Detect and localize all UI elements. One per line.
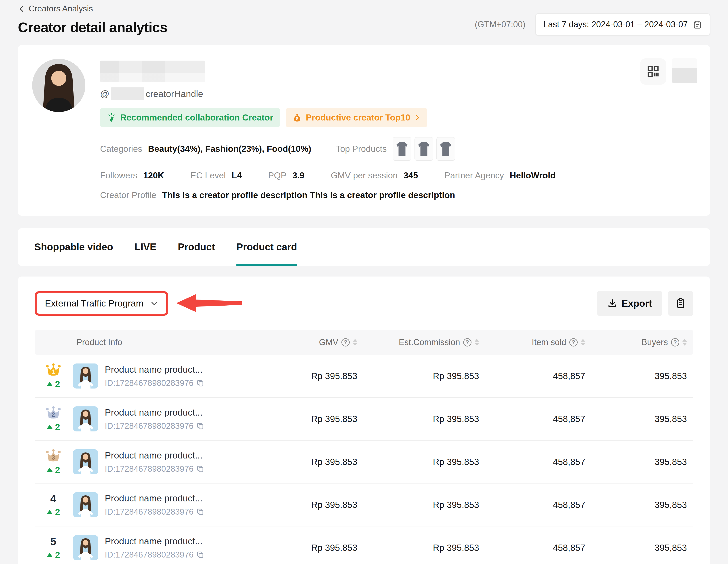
product-id: ID:17284678980283976 <box>105 379 194 388</box>
top-products-thumbnails <box>393 137 455 161</box>
product-photo <box>73 492 98 517</box>
help-icon[interactable]: ? <box>569 338 578 347</box>
breadcrumb-label: Creators Analysis <box>29 4 93 13</box>
copy-icon[interactable] <box>196 508 205 516</box>
rank-change: 2 <box>46 550 60 560</box>
rank-change: 2 <box>46 507 60 517</box>
rank-change-value: 2 <box>55 550 60 560</box>
copy-icon[interactable] <box>196 379 205 388</box>
gmv-value: Rp 395.853 <box>267 371 364 381</box>
sort-carets[interactable] <box>475 339 479 346</box>
qr-code-button[interactable] <box>640 58 666 85</box>
rank-cell: 3 2 <box>35 449 72 475</box>
col-buyers[interactable]: Buyers ? <box>591 338 693 347</box>
avatar-image <box>32 59 85 112</box>
product-image[interactable] <box>73 535 98 560</box>
product-id-row: ID:17284678980283976 <box>105 464 205 474</box>
product-image[interactable] <box>73 449 98 474</box>
breadcrumb[interactable]: Creators Analysis <box>18 4 167 13</box>
help-icon[interactable]: ? <box>341 338 350 347</box>
product-image[interactable] <box>73 492 98 517</box>
product-info: Product name product... ID:1728467898028… <box>105 364 205 388</box>
top-products-label: Top Products <box>336 144 387 154</box>
top-product-thumbnail[interactable] <box>393 137 411 161</box>
table-row: 5 2 Product name product... <box>35 526 693 564</box>
product-name[interactable]: Product name product... <box>105 493 205 504</box>
copy-icon[interactable] <box>196 465 205 473</box>
creator-profile-card: @ creatorHandle Recommended collaboratio… <box>18 45 710 216</box>
table-row: 2 2 Product name product... <box>35 398 693 441</box>
tab-product[interactable]: Product <box>178 228 215 266</box>
rank-number: 5 <box>50 535 56 548</box>
gmv-value: Rp 395.853 <box>267 543 364 553</box>
help-icon[interactable]: ? <box>463 338 471 347</box>
buyers-value: 395,853 <box>591 457 693 467</box>
top-product-thumbnail[interactable] <box>414 137 433 161</box>
rank-cell: 4 2 <box>35 493 72 517</box>
export-button[interactable]: Export <box>597 291 662 316</box>
creator-name-blurred <box>100 61 205 82</box>
tab-shoppable-video[interactable]: Shoppable video <box>34 228 113 266</box>
rank-cell: 1 2 <box>35 363 72 389</box>
rank-cell: 2 2 <box>35 406 72 432</box>
sort-carets[interactable] <box>581 339 585 346</box>
creator-handle: @ creatorHandle <box>100 87 696 100</box>
page: Creators Analysis Creator detail analyti… <box>0 0 728 564</box>
commission-value: Rp 395.853 <box>364 543 485 553</box>
col-item-sold[interactable]: Item sold ? <box>485 338 591 347</box>
rank-badge: 1 <box>45 363 61 377</box>
creator-profile-row: Creator Profile This is a creator profil… <box>100 190 696 200</box>
col-gmv[interactable]: GMV ? <box>267 338 364 347</box>
tab-live[interactable]: LIVE <box>135 228 156 266</box>
traffic-program-dropdown[interactable]: External Traffic Program <box>35 291 168 316</box>
product-image[interactable] <box>73 406 98 432</box>
header-left: Creators Analysis Creator detail analyti… <box>18 4 167 35</box>
toolbar-right: Export <box>597 291 693 316</box>
help-icon[interactable]: ? <box>671 338 679 347</box>
download-icon <box>607 299 617 308</box>
product-photo <box>73 364 98 389</box>
traffic-program-label: External Traffic Program <box>45 298 143 309</box>
sweater-icon <box>395 140 409 158</box>
header-right: (GTM+07:00) Last 7 days: 2024-03-01 – 20… <box>475 13 710 36</box>
product-id-row: ID:17284678980283976 <box>105 421 205 431</box>
product-name[interactable]: Product name product... <box>105 407 205 418</box>
product-name[interactable]: Product name product... <box>105 536 205 547</box>
product-info: Product name product... ID:1728467898028… <box>105 536 205 560</box>
sweater-icon <box>417 140 431 158</box>
productive-badge[interactable]: $ Productive creator Top10 <box>286 108 427 127</box>
qr-code-icon <box>647 65 660 78</box>
copy-icon[interactable] <box>196 551 205 559</box>
up-arrow-icon <box>46 468 53 472</box>
tab-product-card[interactable]: Product card <box>236 228 297 266</box>
product-name[interactable]: Product name product... <box>105 450 205 461</box>
rank-badge: 2 <box>45 406 61 420</box>
top-product-thumbnail[interactable] <box>436 137 455 161</box>
col-est-commission[interactable]: Est.Commission ? <box>364 338 485 347</box>
date-range-picker[interactable]: Last 7 days: 2024-03-01 – 2024-03-07 <box>535 13 710 36</box>
sweater-icon <box>439 140 453 158</box>
product-image[interactable] <box>73 364 98 389</box>
product-info: Product name product... ID:1728467898028… <box>105 450 205 474</box>
copy-icon[interactable] <box>196 422 205 430</box>
firecracker-icon <box>107 113 116 122</box>
back-chevron-icon <box>18 5 25 13</box>
handle-at: @ <box>100 89 109 99</box>
up-arrow-icon <box>46 425 53 429</box>
gmv-value: Rp 395.853 <box>267 414 364 424</box>
sort-carets[interactable] <box>682 339 687 346</box>
rank-badge: 4 <box>45 493 61 505</box>
productive-badge-label: Productive creator Top10 <box>306 113 410 122</box>
commission-value: Rp 395.853 <box>364 414 485 424</box>
product-card-panel: External Traffic Program Export <box>18 276 710 564</box>
sort-carets[interactable] <box>353 339 357 346</box>
chevron-down-icon <box>150 299 158 308</box>
clipboard-button[interactable] <box>668 291 693 316</box>
rank-number: 3 <box>45 454 61 461</box>
product-name[interactable]: Product name product... <box>105 364 205 375</box>
annotation-arrow <box>176 294 243 313</box>
buyers-value: 395,853 <box>591 414 693 424</box>
buyers-value: 395,853 <box>591 371 693 381</box>
analytics-tabs: Shoppable video LIVE Product Product car… <box>18 228 710 266</box>
table-body: 1 2 Product name product... <box>35 355 693 564</box>
